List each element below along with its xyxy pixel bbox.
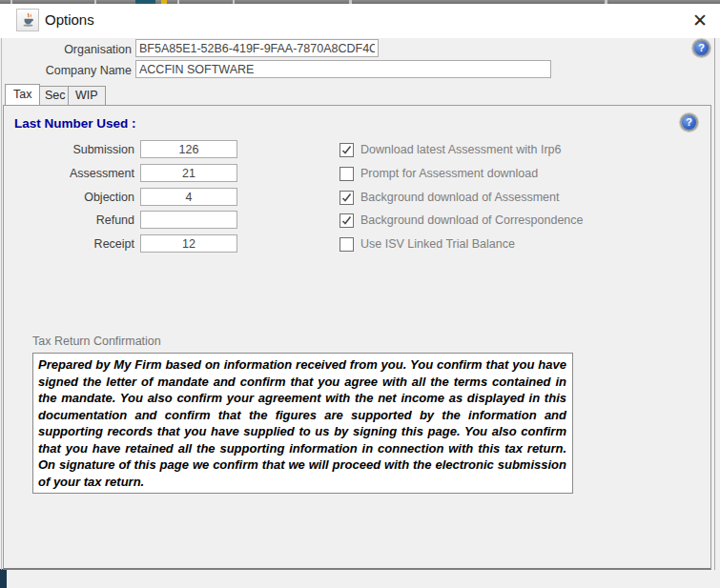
checkbox-prompt-for-assessment[interactable]: Prompt for Assessment download	[339, 165, 538, 182]
organisation-label: Organisation	[0, 43, 132, 56]
window-left-border	[1, 38, 2, 570]
window-title: Options	[45, 11, 94, 28]
checkbox-label: Prompt for Assessment download	[360, 167, 538, 180]
tax-tab-panel: Last Number Used : ? Submission Assessme…	[3, 105, 711, 570]
checkbox-label: Background download of Assessment	[360, 191, 559, 204]
objection-label: Objection	[4, 191, 134, 204]
options-dialog: { "window": { "title": "Options" }, "ico…	[0, 0, 720, 588]
check-icon	[341, 193, 352, 203]
checkbox-label: Download latest Assessment with Irp6	[360, 143, 562, 156]
checkbox-box[interactable]	[339, 213, 354, 228]
checkbox-box[interactable]	[339, 167, 354, 181]
background-window-corner	[0, 569, 7, 588]
title-bar: Options ✕	[0, 4, 720, 38]
window-right-border	[714, 38, 715, 570]
company-name-field[interactable]	[135, 60, 551, 78]
submission-label: Submission	[4, 143, 134, 156]
tax-return-confirmation-text[interactable]: Prepared by My Firm based on information…	[32, 353, 573, 494]
last-number-used-heading: Last Number Used :	[14, 116, 136, 131]
refund-label: Refund	[4, 213, 134, 227]
checkbox-download-latest-assessment[interactable]: Download latest Assessment with Irp6	[339, 141, 562, 158]
receipt-field[interactable]	[140, 234, 237, 253]
tab-tax[interactable]: Tax	[5, 84, 40, 105]
checkbox-use-isv-linked-trial-balance[interactable]: Use ISV Linked Trial Balance	[339, 235, 515, 253]
checkbox-background-download-assessment[interactable]: Background download of Assessment	[339, 189, 559, 206]
organisation-field[interactable]	[135, 39, 379, 57]
help-icon[interactable]: ?	[692, 39, 710, 57]
tab-wip[interactable]: WIP	[68, 86, 106, 105]
tax-return-confirmation-label: Tax Return Confirmation	[32, 335, 161, 348]
objection-field[interactable]	[140, 188, 237, 206]
checkbox-background-download-correspondence[interactable]: Background download of Correspondence	[339, 212, 584, 229]
checkbox-box[interactable]	[339, 143, 354, 157]
checkbox-label: Background download of Correspondence	[360, 213, 584, 227]
close-icon[interactable]: ✕	[687, 7, 713, 33]
check-icon	[341, 145, 352, 155]
coffee-cup-icon	[20, 12, 36, 29]
checkbox-box[interactable]	[339, 237, 354, 252]
checkbox-box[interactable]	[339, 191, 354, 205]
check-icon	[341, 215, 352, 226]
submission-field[interactable]	[140, 140, 237, 158]
receipt-label: Receipt	[4, 237, 134, 251]
assessment-field[interactable]	[140, 164, 237, 182]
java-app-icon	[16, 9, 39, 31]
company-name-label: Company Name	[0, 64, 132, 77]
refund-field[interactable]	[140, 211, 237, 229]
checkbox-label: Use ISV Linked Trial Balance	[360, 237, 515, 251]
assessment-label: Assessment	[4, 167, 134, 180]
help-icon[interactable]: ?	[680, 113, 698, 132]
